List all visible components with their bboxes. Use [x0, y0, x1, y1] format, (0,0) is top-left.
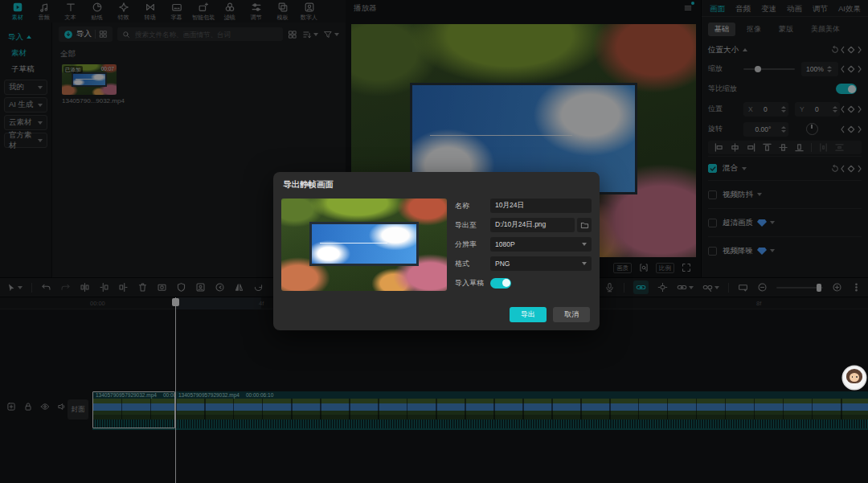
format-value: PNG — [495, 260, 510, 268]
assistant-avatar[interactable] — [843, 366, 866, 389]
import-draft-toggle[interactable] — [490, 278, 511, 289]
chevron-down-icon — [582, 262, 587, 265]
export-preview-image — [281, 199, 447, 291]
browse-folder-button[interactable] — [577, 218, 592, 232]
resolution-value: 1080P — [495, 240, 515, 248]
cancel-button[interactable]: 取消 — [553, 307, 590, 322]
resolution-label: 分辨率 — [455, 239, 490, 250]
name-input[interactable] — [490, 199, 592, 213]
format-select[interactable]: PNG — [490, 256, 592, 271]
format-label: 格式 — [455, 259, 490, 269]
resolution-select[interactable]: 1080P — [490, 237, 592, 252]
export-path-input[interactable] — [490, 218, 575, 232]
export-frame-dialog: 导出静帧画面 名称 导出至 分辨率 — [273, 172, 600, 330]
export-path-label: 导出至 — [455, 220, 490, 231]
chevron-down-icon — [582, 243, 587, 246]
dialog-title: 导出静帧画面 — [283, 179, 590, 190]
export-button[interactable]: 导出 — [510, 307, 547, 322]
capcut-app: 素材 音频 文本 贴纸 特效 转场 字幕 智能包装 — [0, 0, 868, 483]
name-label: 名称 — [455, 201, 490, 211]
folder-icon — [580, 221, 589, 230]
import-draft-label: 导入草稿 — [455, 278, 490, 289]
